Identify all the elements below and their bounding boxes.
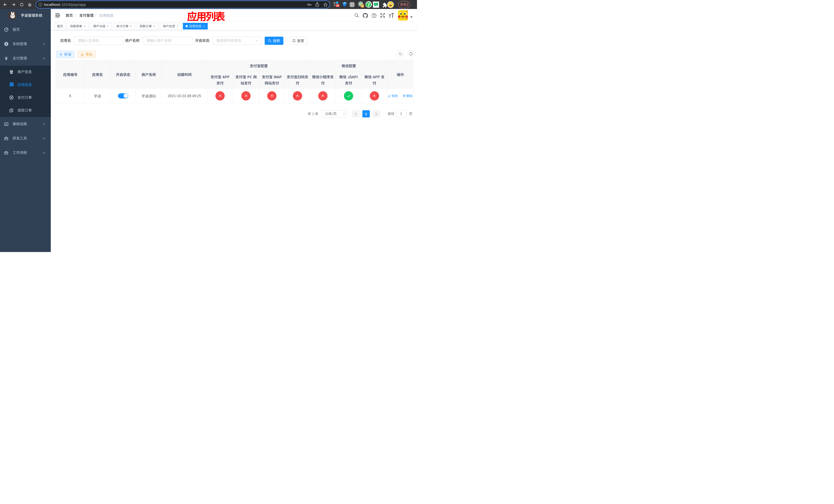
svg-text:10: 10 bbox=[336, 4, 339, 7]
svg-text:1: 1 bbox=[362, 5, 364, 7]
